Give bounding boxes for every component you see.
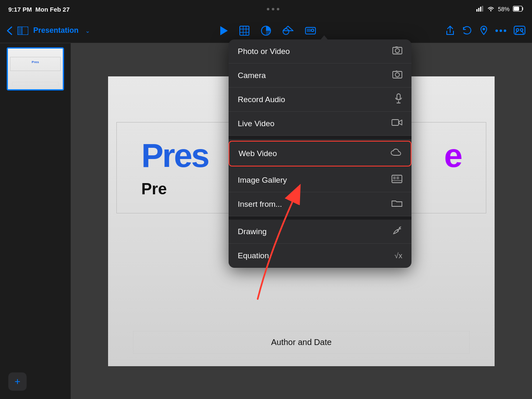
svg-rect-34: [397, 94, 400, 100]
camera-icon: [392, 70, 402, 81]
signal-icon: [476, 6, 484, 13]
svg-point-32: [395, 73, 399, 77]
svg-rect-0: [476, 9, 478, 12]
menu-item-camera[interactable]: Camera: [229, 64, 411, 88]
title-chevron-icon[interactable]: ⌄: [85, 27, 90, 34]
battery-icon: [513, 6, 524, 13]
dot1: [267, 8, 269, 10]
slide-thumbnail-1[interactable]: Pres: [7, 47, 64, 91]
collaborate-button[interactable]: [514, 26, 525, 36]
sidebar-toggle-button[interactable]: [17, 27, 28, 35]
more-button[interactable]: [495, 29, 506, 32]
svg-point-20: [311, 29, 314, 32]
svg-point-24: [504, 29, 506, 32]
add-slide-button[interactable]: +: [8, 372, 27, 391]
svg-rect-40: [393, 176, 396, 179]
svg-rect-30: [395, 47, 398, 48]
table-button[interactable]: [239, 26, 249, 36]
photo-video-icon: [392, 46, 402, 56]
record-audio-label: Record Audio: [238, 95, 285, 104]
slide-title-right: e: [444, 137, 462, 175]
slide-footer-box: Author and Date: [133, 331, 470, 354]
image-gallery-label: Image Gallery: [238, 176, 287, 185]
insert-menu: Photo or Video Camera Record Audio: [229, 39, 411, 268]
status-time: 9:17 PM Mon Feb 27: [8, 6, 70, 13]
dot2: [272, 8, 274, 10]
svg-point-23: [500, 29, 502, 32]
mic-icon: [395, 93, 402, 105]
sidebar: Pres +: [0, 43, 71, 399]
group-separator-1: [229, 136, 411, 139]
dropdown-arrow: [320, 35, 328, 40]
svg-rect-41: [397, 176, 399, 179]
web-video-label: Web Video: [239, 149, 277, 158]
svg-point-29: [395, 49, 399, 53]
toolbar-center: [90, 26, 446, 36]
cloud-icon: [391, 149, 401, 159]
svg-rect-1: [478, 8, 479, 12]
svg-rect-2: [480, 7, 481, 12]
svg-rect-10: [240, 26, 249, 35]
svg-rect-5: [514, 7, 519, 11]
menu-item-photo-video[interactable]: Photo or Video: [229, 39, 411, 64]
drawing-icon: [392, 225, 402, 237]
svg-point-26: [516, 29, 519, 31]
pin-button[interactable]: [480, 25, 488, 36]
menu-item-web-video[interactable]: Web Video: [229, 141, 411, 166]
svg-rect-6: [17, 27, 22, 35]
status-bar: 9:17 PM Mon Feb 27 58%: [0, 0, 532, 18]
menu-item-drawing[interactable]: Drawing: [229, 220, 411, 244]
slide-title-left: Pres: [141, 137, 208, 175]
svg-rect-37: [392, 120, 399, 125]
camera-label: Camera: [238, 71, 266, 80]
slide-footer-text: Author and Date: [271, 338, 332, 347]
undo-button[interactable]: [462, 26, 472, 36]
status-center: [267, 8, 279, 10]
svg-rect-3: [482, 6, 483, 12]
shapes-button[interactable]: [283, 26, 293, 36]
svg-rect-19: [307, 29, 311, 32]
gallery-icon: [392, 175, 402, 185]
svg-point-21: [483, 28, 485, 30]
live-video-icon: [392, 118, 402, 129]
menu-item-equation[interactable]: Equation √x: [229, 244, 411, 268]
chart-button[interactable]: [261, 26, 271, 36]
svg-point-22: [495, 29, 498, 32]
wifi-icon: [487, 6, 495, 13]
live-video-label: Live Video: [238, 119, 274, 128]
toolbar-right: [446, 25, 525, 36]
dot3: [277, 8, 279, 10]
toolbar-left: Presentation ⌄: [7, 26, 90, 35]
slide-subtitle: Pre: [141, 180, 167, 198]
svg-point-27: [520, 29, 523, 31]
share-button[interactable]: [446, 26, 455, 36]
equation-label: Equation: [238, 251, 269, 260]
menu-item-image-gallery[interactable]: Image Gallery: [229, 168, 411, 192]
drawing-label: Drawing: [238, 227, 267, 236]
folder-icon: [392, 199, 402, 209]
play-button[interactable]: [220, 26, 228, 35]
battery-percent: 58%: [498, 6, 510, 12]
svg-rect-33: [396, 71, 397, 72]
insert-from-label: Insert from...: [238, 200, 282, 209]
equation-icon: √x: [394, 252, 402, 260]
media-button[interactable]: [305, 26, 316, 36]
svg-marker-9: [220, 26, 228, 35]
photo-video-label: Photo or Video: [238, 47, 290, 56]
menu-item-record-audio[interactable]: Record Audio: [229, 88, 411, 112]
menu-item-live-video[interactable]: Live Video: [229, 112, 411, 136]
svg-line-42: [399, 227, 401, 228]
group-separator-2: [229, 216, 411, 220]
status-right: 58%: [476, 6, 524, 13]
menu-item-insert-from[interactable]: Insert from...: [229, 192, 411, 216]
document-title: Presentation: [33, 26, 79, 35]
back-button[interactable]: [7, 26, 12, 35]
